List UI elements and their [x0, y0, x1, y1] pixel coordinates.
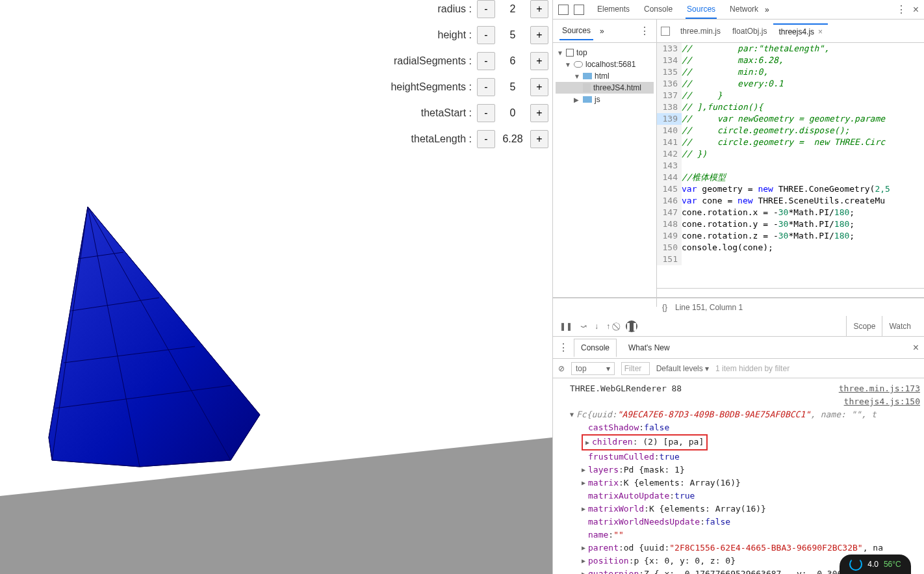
viewport-panel: radius : - 2 +height : - 5 +radialSegmen… — [0, 0, 552, 574]
drawer-menu-icon[interactable]: ⋮ — [558, 341, 569, 354]
console-source-link[interactable]: three.min.js:173 — [839, 382, 920, 395]
context-selector[interactable]: top▾ — [571, 362, 615, 375]
temp-outside: 56°C — [884, 560, 901, 569]
more-subtabs-icon[interactable]: » — [600, 27, 604, 36]
prop-layers[interactable]: ▶layers: Pd {mask: 1} — [559, 463, 924, 476]
tree-host[interactable]: ▼localhost:5681 — [556, 59, 654, 70]
drawer-tab-whatsnew[interactable]: What's New — [622, 339, 676, 356]
gui-label: radius : — [438, 3, 472, 15]
tree-file-threejs4[interactable]: threeJS4.html — [556, 82, 654, 94]
sources-pane-menu-icon[interactable]: ⋮ — [639, 25, 650, 37]
close-icon[interactable]: × — [818, 27, 823, 36]
console-source-link[interactable]: threejs4.js:150 — [844, 395, 920, 408]
tree-folder-js[interactable]: ▶js — [556, 94, 654, 105]
gui-decrement-button[interactable]: - — [477, 130, 495, 148]
devtools-tab-elements[interactable]: Elements — [596, 1, 631, 19]
drawer-close-icon[interactable]: × — [913, 342, 919, 354]
line-number[interactable]: 141 — [657, 137, 682, 148]
scope-tab[interactable]: Scope — [847, 316, 882, 336]
gui-decrement-button[interactable]: - — [477, 104, 495, 122]
line-number[interactable]: 143 — [657, 160, 682, 172]
prop-frustum[interactable]: ▶frustumCulled: true — [559, 450, 924, 463]
line-number[interactable]: 133 — [657, 43, 682, 55]
more-tabs-icon[interactable]: » — [765, 5, 769, 14]
code-content — [682, 254, 924, 265]
gui-increment-button[interactable]: + — [530, 104, 548, 122]
prop-matrixworldneeds[interactable]: ▶matrixWorldNeedsUpdate: false — [559, 515, 924, 528]
prop-children[interactable]: ▶children: (2) [pa, pa] — [559, 434, 924, 450]
tree-h-scrollbar[interactable] — [553, 298, 657, 307]
file-tab[interactable]: threejs4.js× — [773, 23, 828, 39]
cloud-icon — [574, 61, 583, 68]
gui-increment-button[interactable]: + — [530, 52, 548, 70]
device-toggle-icon[interactable] — [574, 5, 584, 15]
console-filter-input[interactable]: Filter — [621, 362, 650, 375]
line-number[interactable]: 147 — [657, 207, 682, 218]
line-number[interactable]: 146 — [657, 195, 682, 207]
code-editor[interactable]: 133// par:"thetaLength",134// max:6.28,1… — [657, 43, 924, 297]
gui-decrement-button[interactable]: - — [477, 78, 495, 96]
devtools-tab-sources[interactable]: Sources — [686, 1, 717, 19]
file-tab[interactable]: three.min.js — [675, 23, 726, 39]
line-number[interactable]: 136 — [657, 78, 682, 90]
gui-increment-button[interactable]: + — [530, 130, 548, 148]
line-number[interactable]: 145 — [657, 183, 682, 195]
tree-top[interactable]: ▼top — [556, 47, 654, 59]
console-output[interactable]: THREE.WebGLRenderer 88 three.min.js:173 … — [553, 378, 924, 574]
tree-host-label: localhost:5681 — [585, 60, 635, 69]
devtools-tab-network[interactable]: Network — [728, 1, 760, 19]
watch-tab[interactable]: Watch — [882, 316, 918, 336]
tree-top-label: top — [576, 48, 587, 57]
line-number[interactable]: 137 — [657, 90, 682, 101]
nav-back-icon[interactable] — [661, 27, 670, 36]
sources-subtab[interactable]: Sources — [559, 22, 593, 40]
prop-parent[interactable]: ▶parent: od {uuid: "2F8C1556-62E4-4665-B… — [559, 541, 924, 554]
line-number[interactable]: 139 — [657, 113, 682, 125]
line-number[interactable]: 148 — [657, 218, 682, 230]
gui-decrement-button[interactable]: - — [477, 52, 495, 70]
prop-matrixworld[interactable]: ▶matrixWorld: K {elements: Array(16)} — [559, 502, 924, 515]
gui-increment-button[interactable]: + — [530, 0, 548, 18]
step-over-icon[interactable]: ⤻ — [580, 322, 587, 331]
tree-file-label: threeJS4.html — [593, 83, 641, 92]
console-object-header[interactable]: ▼ Fc {uuid: "A9ECA7E6-87D3-409B-B0DB-9AE… — [559, 408, 924, 421]
step-into-icon[interactable]: ↓ — [595, 322, 598, 331]
pretty-print-icon[interactable]: {} — [662, 303, 667, 312]
pause-icon[interactable]: ❚❚ — [559, 322, 572, 331]
console-filter-bar: ⊘ top▾ Filter Default levels ▾ 1 item hi… — [553, 359, 924, 378]
line-number[interactable]: 149 — [657, 230, 682, 242]
line-number[interactable]: 138 — [657, 101, 682, 113]
devtools-menu-icon[interactable]: ⋮ — [896, 3, 906, 16]
step-out-icon[interactable]: ↑ — [606, 322, 610, 331]
clear-console-icon[interactable]: ⊘ — [558, 364, 565, 373]
gui-decrement-button[interactable]: - — [477, 26, 495, 44]
line-number[interactable]: 142 — [657, 148, 682, 160]
line-number[interactable]: 140 — [657, 125, 682, 137]
line-number[interactable]: 151 — [657, 254, 682, 265]
file-icon — [583, 83, 591, 92]
prop-castshadow[interactable]: ▶castShadow: false — [559, 421, 924, 434]
devtools-close-icon[interactable]: × — [913, 4, 919, 16]
context-label: top — [576, 364, 587, 373]
line-number[interactable]: 135 — [657, 66, 682, 78]
prop-name[interactable]: ▶name: "" — [559, 528, 924, 541]
temperature-widget[interactable]: 4.0 56°C — [840, 554, 911, 574]
line-number[interactable]: 144 — [657, 172, 682, 183]
gui-decrement-button[interactable]: - — [477, 0, 495, 18]
code-h-scrollbar[interactable] — [657, 288, 924, 297]
prop-matrix[interactable]: ▶matrix: K {elements: Array(16)} — [559, 476, 924, 489]
tree-folder-html[interactable]: ▼html — [556, 70, 654, 82]
line-number[interactable]: 134 — [657, 55, 682, 66]
console-levels-dropdown[interactable]: Default levels ▾ — [656, 364, 709, 373]
devtools-tab-console[interactable]: Console — [643, 1, 674, 19]
gui-increment-button[interactable]: + — [530, 26, 548, 44]
line-number[interactable]: 150 — [657, 242, 682, 254]
gui-label: heightSegments : — [391, 81, 472, 93]
gui-increment-button[interactable]: + — [530, 78, 548, 96]
prop-matrixauto[interactable]: ▶matrixAutoUpdate: true — [559, 489, 924, 502]
inspect-icon[interactable] — [558, 5, 569, 15]
file-tab[interactable]: floatObj.js — [727, 23, 772, 39]
pause-exceptions-icon[interactable]: ❚❚ — [626, 320, 637, 332]
gui-row-0: radius : - 2 + — [383, 0, 552, 18]
drawer-tab-console[interactable]: Console — [574, 339, 617, 358]
